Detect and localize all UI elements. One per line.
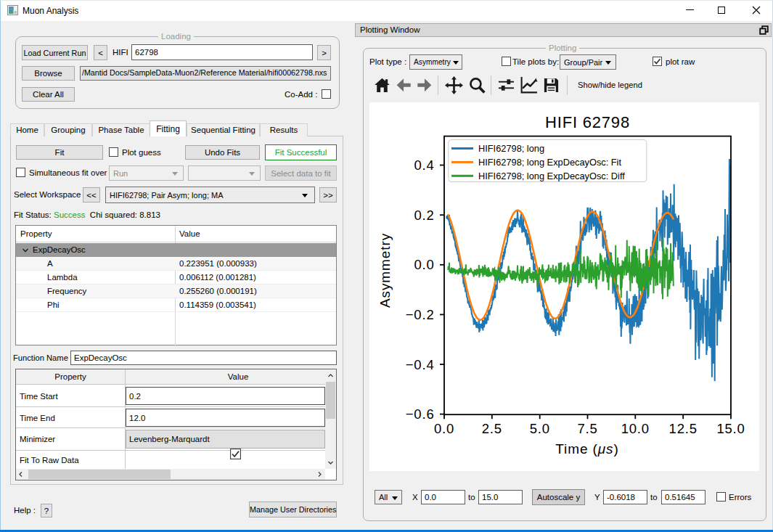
svg-text:0.2: 0.2 bbox=[414, 208, 434, 223]
svg-text:15.0: 15.0 bbox=[716, 421, 745, 436]
svg-text:HIFI62798; long ExpDecayOsc: D: HIFI62798; long ExpDecayOsc: Diff bbox=[478, 171, 625, 181]
svg-text:Time (μs): Time (μs) bbox=[555, 441, 618, 457]
svg-text:−0.4: −0.4 bbox=[406, 357, 435, 372]
svg-text:2.5: 2.5 bbox=[482, 421, 502, 436]
svg-text:−0.6: −0.6 bbox=[406, 406, 435, 422]
svg-text:HIFI62798; long ExpDecayOsc: F: HIFI62798; long ExpDecayOsc: Fit bbox=[478, 157, 621, 168]
svg-text:−0.2: −0.2 bbox=[406, 307, 435, 322]
svg-text:Asymmetry: Asymmetry bbox=[377, 233, 393, 308]
svg-text:HIFI 62798: HIFI 62798 bbox=[545, 113, 630, 131]
svg-text:5.0: 5.0 bbox=[530, 421, 550, 436]
svg-text:12.5: 12.5 bbox=[669, 421, 698, 436]
svg-text:0.0: 0.0 bbox=[414, 257, 434, 272]
svg-text:HIFI62798; long: HIFI62798; long bbox=[478, 143, 544, 154]
svg-text:7.5: 7.5 bbox=[577, 421, 597, 436]
svg-text:10.0: 10.0 bbox=[621, 421, 650, 436]
svg-text:0.0: 0.0 bbox=[434, 421, 454, 436]
svg-text:0.4: 0.4 bbox=[414, 157, 434, 173]
